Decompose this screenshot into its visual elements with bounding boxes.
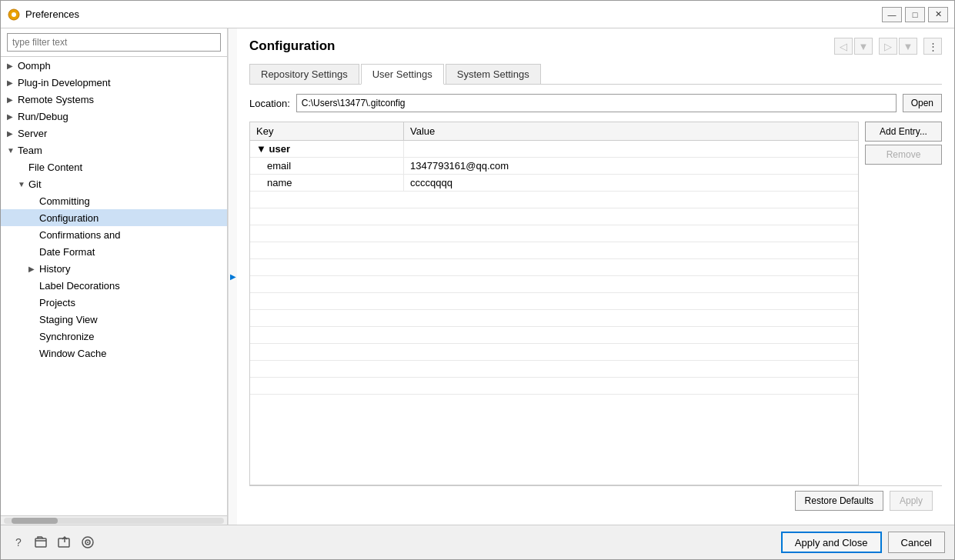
open-button[interactable]: Open	[903, 94, 942, 112]
scrollbar-track	[4, 518, 224, 524]
tree-arrow-icon: ▼	[7, 146, 18, 155]
tabs-row: Repository SettingsUser SettingsSystem S…	[249, 64, 942, 85]
table-cell-key: name	[250, 175, 404, 191]
sidebar-item-date-format[interactable]: Date Format	[1, 243, 227, 260]
cancel-button[interactable]: Cancel	[888, 532, 945, 553]
svg-point-1	[12, 12, 16, 17]
table-row[interactable]: ▼ user	[250, 141, 858, 158]
sidebar-item-label: Plug-in Development	[18, 77, 111, 88]
minimize-button[interactable]: —	[882, 7, 902, 22]
tab-repo-settings[interactable]: Repository Settings	[249, 64, 359, 84]
sidebar-collapse-handle[interactable]: ▶	[228, 28, 237, 525]
tab-user-settings[interactable]: User Settings	[361, 64, 444, 85]
footer-bar: ? Apply	[1, 525, 954, 559]
footer-icons: ?	[10, 534, 775, 551]
title-bar: Preferences — □ ✕	[1, 1, 954, 28]
table-header: Key Value	[250, 122, 858, 141]
table-cell-key: ▼ user	[250, 141, 404, 157]
sidebar-item-label: Server	[18, 128, 47, 139]
forward-button[interactable]: ▷	[879, 38, 897, 55]
table-empty-row	[250, 378, 858, 395]
remove-button[interactable]: Remove	[865, 145, 942, 165]
sidebar-item-label: Projects	[39, 297, 75, 308]
sidebar-item-history[interactable]: ▶History	[1, 260, 227, 277]
tree-container: ▶Oomph▶Plug-in Development▶Remote System…	[1, 57, 227, 515]
sidebar-item-server[interactable]: ▶Server	[1, 125, 227, 142]
close-button[interactable]: ✕	[928, 7, 948, 22]
help-icon[interactable]: ?	[10, 534, 27, 551]
add-entry-button[interactable]: Add Entry...	[865, 122, 942, 142]
window-title: Preferences	[25, 8, 882, 20]
tree-arrow-icon: ▶	[7, 95, 18, 104]
sidebar-item-committing[interactable]: Committing	[1, 192, 227, 209]
sidebar-item-synchronize[interactable]: Synchronize	[1, 328, 227, 345]
sidebar-item-projects[interactable]: Projects	[1, 294, 227, 311]
scrollbar-thumb	[12, 518, 58, 524]
tree-arrow-icon: ▶	[7, 78, 18, 87]
sidebar-item-label-decorations[interactable]: Label Decorations	[1, 277, 227, 294]
sidebar-item-label: Date Format	[39, 246, 95, 258]
sidebar: ▶Oomph▶Plug-in Development▶Remote System…	[1, 28, 228, 525]
apply-close-button[interactable]: Apply and Close	[781, 532, 882, 553]
svg-rect-3	[58, 538, 69, 547]
target-icon[interactable]	[79, 534, 96, 551]
table-body: ▼ useremail1347793161@qq.comnameccccqqqq	[250, 141, 858, 485]
sidebar-item-label: Window Cache	[39, 348, 106, 359]
table-empty-row	[250, 327, 858, 344]
tab-system-settings[interactable]: System Settings	[446, 64, 541, 84]
table-row[interactable]: nameccccqqqq	[250, 175, 858, 192]
open-file-icon[interactable]	[33, 534, 50, 551]
table-empty-row	[250, 192, 858, 208]
table-row[interactable]: email1347793161@qq.com	[250, 158, 858, 175]
sidebar-item-team[interactable]: ▼Team	[1, 142, 227, 158]
forward-dropdown[interactable]: ▼	[899, 38, 917, 55]
apply-button[interactable]: Apply	[890, 491, 933, 511]
sidebar-item-plugin-dev[interactable]: ▶Plug-in Development	[1, 74, 227, 91]
tree-arrow-icon: ▶	[7, 129, 18, 138]
sidebar-item-label: Run/Debug	[18, 111, 68, 122]
tree-arrow-icon: ▶	[28, 265, 39, 273]
sidebar-item-label: Oomph	[18, 60, 51, 72]
table-empty-row	[250, 310, 858, 327]
sidebar-item-git[interactable]: ▼Git	[1, 175, 227, 192]
back-dropdown[interactable]: ▼	[854, 38, 873, 55]
location-input[interactable]	[296, 94, 897, 112]
table-empty-row	[250, 208, 858, 225]
more-button[interactable]: ⋮	[923, 38, 942, 55]
sidebar-item-confirmations[interactable]: Confirmations and	[1, 226, 227, 243]
sidebar-item-label: Synchronize	[39, 331, 95, 342]
table-empty-row	[250, 242, 858, 259]
config-table: Key Value ▼ useremail1347793161@qq.comna…	[249, 122, 859, 485]
horizontal-scrollbar[interactable]	[1, 515, 227, 525]
sidebar-item-window-cache[interactable]: Window Cache	[1, 345, 227, 362]
sidebar-item-run-debug[interactable]: ▶Run/Debug	[1, 108, 227, 125]
search-input[interactable]	[7, 33, 221, 52]
table-section: Key Value ▼ useremail1347793161@qq.comna…	[249, 122, 942, 485]
sidebar-item-label: Remote Systems	[18, 94, 94, 105]
table-empty-row	[250, 361, 858, 378]
location-label: Location:	[249, 98, 290, 109]
back-button[interactable]: ◁	[834, 38, 853, 55]
app-icon	[7, 8, 21, 22]
restore-defaults-button[interactable]: Restore Defaults	[795, 491, 883, 511]
sidebar-item-label: Git	[28, 178, 42, 190]
maximize-button[interactable]: □	[905, 7, 925, 22]
table-empty-row	[250, 259, 858, 276]
sidebar-item-label: Label Decorations	[39, 280, 120, 292]
sidebar-item-remote-systems[interactable]: ▶Remote Systems	[1, 91, 227, 108]
sidebar-item-oomph[interactable]: ▶Oomph	[1, 57, 227, 74]
location-row: Location: Open	[249, 94, 942, 112]
table-empty-row	[250, 344, 858, 361]
search-box	[1, 28, 227, 57]
sidebar-item-staging-view[interactable]: Staging View	[1, 311, 227, 328]
sidebar-item-label: Staging View	[39, 314, 98, 325]
table-empty-row	[250, 276, 858, 293]
sidebar-item-label: Committing	[39, 195, 90, 207]
collapse-arrow-icon: ▶	[230, 272, 236, 281]
content-header: Configuration ◁ ▼ ▷ ▼ ⋮	[249, 38, 942, 55]
sidebar-item-label: History	[39, 263, 70, 275]
sidebar-item-file-content[interactable]: File Content	[1, 158, 227, 175]
export-icon[interactable]	[56, 534, 73, 551]
window-controls: — □ ✕	[882, 7, 948, 22]
sidebar-item-configuration[interactable]: Configuration	[1, 209, 227, 226]
